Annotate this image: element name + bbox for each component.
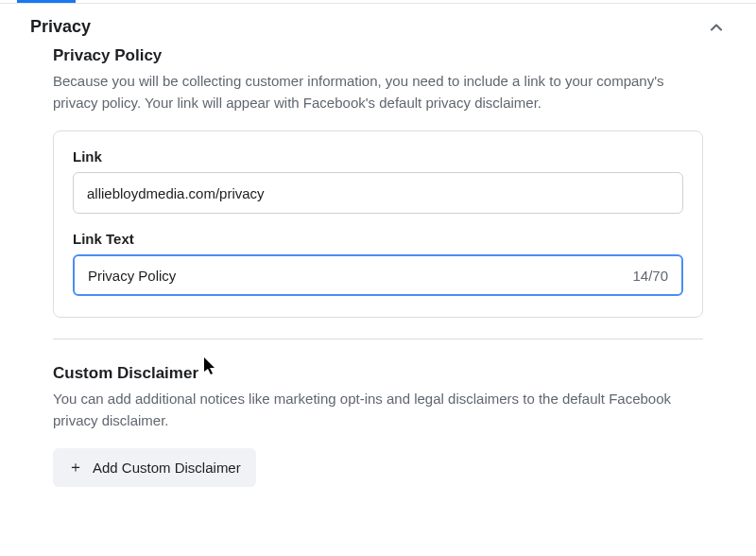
link-text-input[interactable] [88, 256, 623, 294]
section-title: Privacy [30, 17, 91, 37]
add-button-label: Add Custom Disclaimer [93, 460, 241, 476]
add-custom-disclaimer-button[interactable]: ＋ Add Custom Disclaimer [53, 448, 256, 487]
privacy-policy-description: Because you will be collecting customer … [53, 71, 703, 113]
chevron-up-icon [707, 18, 726, 37]
active-tab-indicator [17, 0, 76, 3]
link-input[interactable] [73, 172, 683, 214]
tab-strip [0, 0, 756, 4]
privacy-policy-card: Link Link Text 14/70 [53, 130, 703, 318]
custom-disclaimer-description: You can add additional notices like mark… [53, 389, 703, 431]
link-text-label: Link Text [73, 231, 683, 247]
custom-disclaimer-heading: Custom Disclaimer [53, 364, 703, 383]
divider [53, 339, 703, 339]
char-counter: 14/70 [632, 268, 668, 284]
link-text-input-wrapper[interactable]: 14/70 [73, 254, 683, 296]
privacy-policy-heading: Privacy Policy [53, 46, 703, 65]
link-label: Link [73, 148, 683, 165]
plus-icon: ＋ [68, 458, 83, 478]
privacy-section-header[interactable]: Privacy [0, 4, 756, 46]
